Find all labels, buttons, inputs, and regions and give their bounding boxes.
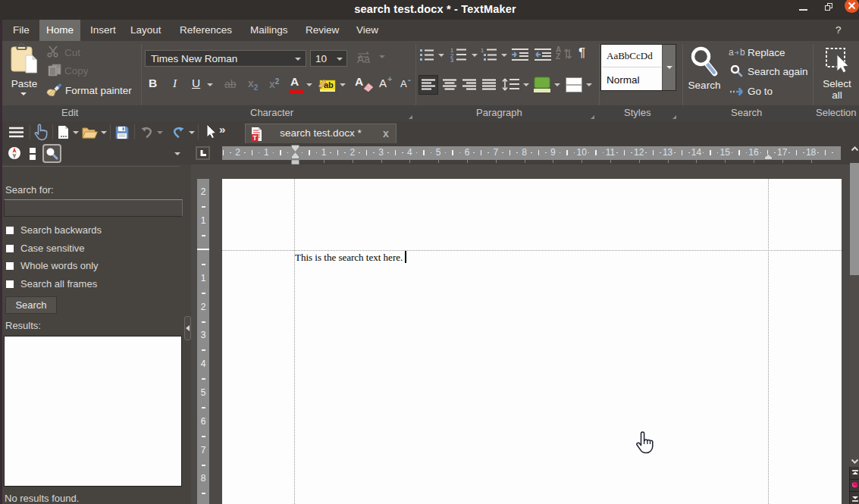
svg-text:3: 3: [450, 57, 453, 62]
svg-text:a: a: [729, 48, 734, 58]
svg-text:b: b: [740, 48, 745, 58]
svg-text:1: 1: [481, 47, 484, 54]
